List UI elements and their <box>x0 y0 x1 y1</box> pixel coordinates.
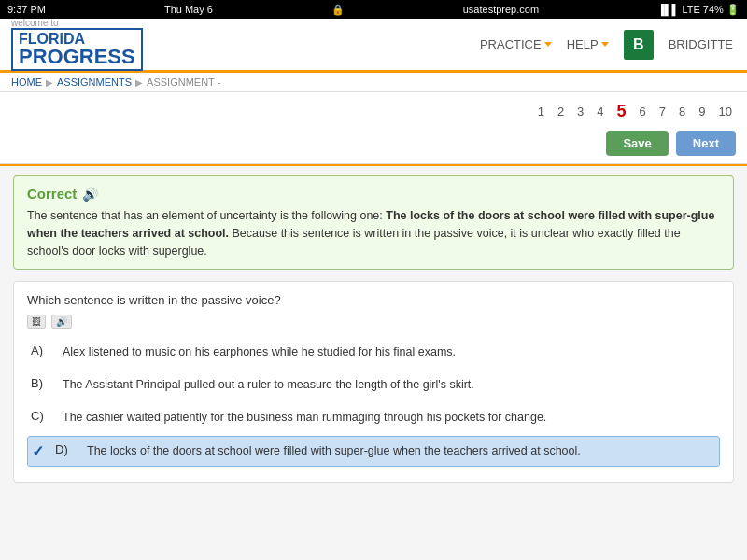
practice-nav[interactable]: PRACTICE <box>480 37 552 51</box>
choice-b-label: B) <box>31 376 53 390</box>
choice-a-label: A) <box>31 343 53 357</box>
help-arrow <box>601 42 609 50</box>
page-8[interactable]: 8 <box>675 103 689 120</box>
logo-box: FLORIDA PROGRESS <box>11 28 143 71</box>
save-button[interactable]: Save <box>606 131 668 156</box>
breadcrumb: HOME ▶ ASSIGNMENTS ▶ ASSIGNMENT - <box>0 73 747 92</box>
help-label: HELP <box>567 37 599 51</box>
user-name[interactable]: BRIDGITTE <box>669 37 736 51</box>
logo-progress: PROGRESS <box>19 47 135 67</box>
choice-a-text: Alex listened to music on his earphones … <box>63 343 456 361</box>
status-signal: ▐▌▌ LTE 74% 🔋 <box>657 4 740 16</box>
logo-welcome: welcome to <box>11 18 59 28</box>
page-2[interactable]: 2 <box>554 103 568 120</box>
choice-d-row[interactable]: ✓ D) The locks of the doors at school we… <box>27 436 720 467</box>
status-bar: 9:37 PM Thu May 6 🔒 usatestprep.com ▐▌▌ … <box>0 0 747 19</box>
practice-arrow <box>544 42 552 50</box>
header: welcome to FLORIDA PROGRESS PRACTICE HEL… <box>0 19 747 73</box>
page-7[interactable]: 7 <box>655 103 669 120</box>
status-url: usatestprep.com <box>463 4 539 15</box>
page-6[interactable]: 6 <box>636 103 650 120</box>
choice-c-text: The cashier waited patiently for the bus… <box>63 409 546 427</box>
choice-b-row[interactable]: B) The Assistant Principal pulled out a … <box>27 371 720 399</box>
correct-text: The sentence that has an element of unce… <box>27 207 720 259</box>
page-4[interactable]: 4 <box>593 103 607 120</box>
page-1[interactable]: 1 <box>534 103 548 120</box>
breadcrumb-home[interactable]: HOME <box>11 77 42 88</box>
choice-b-text: The Assistant Principal pulled out a rul… <box>63 376 474 394</box>
help-nav[interactable]: HELP <box>567 37 609 51</box>
choice-d-label: D) <box>55 442 78 456</box>
speaker-icon[interactable]: 🔊 <box>82 187 98 202</box>
question-text: Which sentence is written in the passive… <box>27 293 720 307</box>
pagination-bar: 1 2 3 4 5 6 7 8 9 10 <box>0 92 747 127</box>
page-5[interactable]: 5 <box>613 100 630 123</box>
nav-links: PRACTICE HELP B BRIDGITTE <box>480 30 736 60</box>
breadcrumb-assignments[interactable]: ASSIGNMENTS <box>57 77 132 88</box>
practice-label: PRACTICE <box>480 37 542 51</box>
page-9[interactable]: 9 <box>695 103 709 120</box>
correct-box: Correct 🔊 The sentence that has an eleme… <box>13 175 734 270</box>
status-lock: 🔒 <box>331 4 345 16</box>
button-bar: Save Next <box>0 127 747 164</box>
page-3[interactable]: 3 <box>573 103 587 120</box>
main-content: Correct 🔊 The sentence that has an eleme… <box>0 166 747 560</box>
image-icon[interactable]: 🖼 <box>27 315 46 329</box>
checkmark-icon: ✓ <box>32 442 44 460</box>
user-badge: B <box>624 30 654 60</box>
next-button[interactable]: Next <box>676 131 736 156</box>
logo-area: welcome to FLORIDA PROGRESS <box>11 18 150 71</box>
correct-title: Correct 🔊 <box>27 186 720 202</box>
choice-c-row[interactable]: C) The cashier waited patiently for the … <box>27 403 720 432</box>
breadcrumb-pagination-area: HOME ▶ ASSIGNMENTS ▶ ASSIGNMENT - 1 2 3 … <box>0 73 747 166</box>
question-area: Which sentence is written in the passive… <box>13 281 734 482</box>
choice-a-row[interactable]: A) Alex listened to music on his earphon… <box>27 338 720 367</box>
status-time: 9:37 PM <box>7 4 46 15</box>
choice-c-label: C) <box>31 409 53 423</box>
status-date: Thu May 6 <box>164 4 213 15</box>
question-icons: 🖼 🔊 <box>27 315 720 329</box>
choice-d-text: The locks of the doors at school were fi… <box>87 442 581 460</box>
page-10[interactable]: 10 <box>715 103 736 120</box>
breadcrumb-current: ASSIGNMENT - <box>147 77 220 88</box>
audio-icon[interactable]: 🔊 <box>51 315 72 329</box>
